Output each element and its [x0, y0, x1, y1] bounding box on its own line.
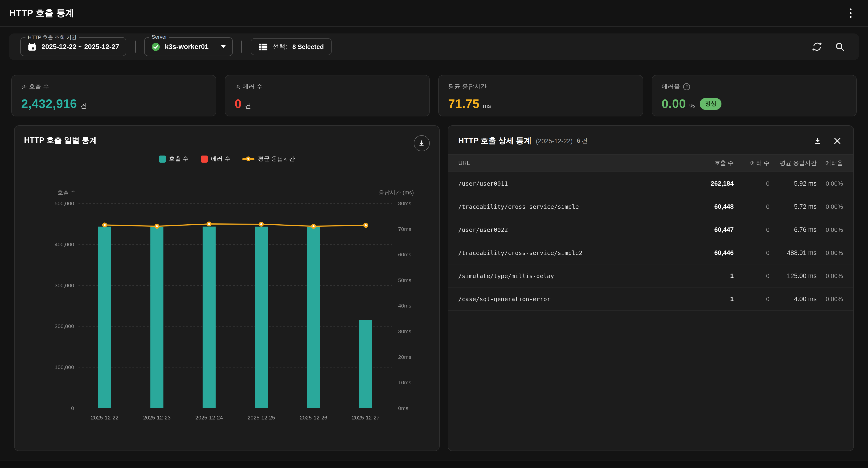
legend-swatch	[243, 156, 255, 162]
list-icon	[258, 42, 268, 51]
svg-text:?: ?	[685, 84, 688, 89]
svg-text:2025-12-23: 2025-12-23	[143, 414, 170, 420]
table-row: /user/user0022 60,447 0 6.76 ms 0.00%	[448, 218, 854, 241]
cell-url: /traceability/cross-service/simple	[448, 203, 668, 210]
legend-label: 평균 응답시간	[258, 155, 295, 163]
svg-text:2025-12-26: 2025-12-26	[300, 414, 327, 420]
svg-text:2025-12-25: 2025-12-25	[247, 414, 275, 420]
cell-calls: 60,447	[668, 226, 734, 233]
cell-url: /case/sql-generation-error	[448, 295, 668, 302]
chart-download-button[interactable]	[413, 135, 430, 151]
header-cell: 에러 수	[734, 159, 770, 167]
stat-value: 0.00	[661, 97, 686, 111]
filter-bar: HTTP 호출 조회 기간 2025-12-22 ~ 2025-12-27 Se…	[9, 33, 859, 60]
daily-bar-line-chart: 호출 수응답시간 (ms)0100,000200,000300,000400,0…	[38, 164, 415, 446]
cell-avg-response: 5.92 ms	[770, 180, 817, 187]
legend-label: 에러 수	[211, 155, 230, 163]
calendar-icon	[27, 42, 37, 51]
cell-error-rate: 0.00%	[817, 203, 854, 210]
svg-text:60ms: 60ms	[398, 251, 411, 257]
cell-errors: 0	[734, 226, 770, 233]
stat-label: 평균 응답시간	[448, 83, 487, 91]
detail-close-button[interactable]	[832, 135, 843, 147]
cell-errors: 0	[734, 180, 770, 187]
bar-2025-12-23[interactable]	[150, 227, 163, 408]
cell-avg-response: 5.72 ms	[770, 203, 817, 210]
refresh-button[interactable]	[809, 39, 825, 55]
server-select[interactable]: Server k3s-worker01	[144, 37, 232, 56]
table-row: /user/user0011 262,184 0 5.92 ms 0.00%	[448, 172, 854, 195]
next-section-divider	[0, 460, 868, 468]
cell-avg-response: 4.00 ms	[770, 295, 817, 302]
server-value: k3s-worker01	[165, 43, 209, 51]
cell-error-rate: 0.00%	[817, 249, 854, 256]
charts-row: HTTP 호출 일별 통계 호출 수에러 수평균 응답시간 호출 수응답시간 (…	[0, 125, 868, 451]
stat-card: 평균 응답시간 71.75 ms	[438, 75, 643, 117]
cell-error-rate: 0.00%	[817, 295, 854, 302]
server-label: Server	[149, 34, 169, 39]
cell-calls: 60,446	[668, 249, 734, 256]
detail-download-button[interactable]	[812, 135, 823, 147]
svg-text:400,000: 400,000	[55, 241, 74, 247]
svg-text:0ms: 0ms	[398, 405, 408, 411]
table-row: /case/sql-generation-error 1 0 4.00 ms 0…	[448, 287, 854, 311]
cell-errors: 0	[734, 203, 770, 210]
bar-2025-12-22[interactable]	[98, 227, 111, 408]
stat-value: 71.75	[448, 97, 479, 111]
download-icon	[417, 139, 426, 147]
legend-item[interactable]: 평균 응답시간	[243, 155, 295, 163]
svg-text:호출 수: 호출 수	[57, 189, 75, 195]
separator	[135, 40, 136, 53]
search-button[interactable]	[832, 39, 848, 55]
refresh-icon	[812, 41, 822, 52]
cell-calls: 1	[668, 295, 734, 302]
detail-title: HTTP 호출 상세 통계	[458, 136, 531, 146]
cell-calls: 60,448	[668, 203, 734, 210]
stat-label: 총 에러 수	[235, 83, 262, 91]
selection-count: 8 Selected	[292, 43, 324, 50]
cell-errors: 0	[734, 272, 770, 279]
daily-chart-title: HTTP 호출 일별 통계	[24, 135, 97, 146]
detail-subtitle: (2025-12-22)	[536, 137, 572, 145]
status-badge: 정상	[700, 98, 722, 110]
svg-text:10ms: 10ms	[398, 379, 411, 385]
svg-text:2025-12-27: 2025-12-27	[352, 414, 379, 420]
bar-2025-12-25[interactable]	[255, 227, 268, 408]
cell-avg-response: 488.91 ms	[770, 249, 817, 256]
bar-2025-12-26[interactable]	[307, 227, 320, 408]
stat-label: 총 호출 수	[21, 83, 49, 91]
svg-text:2025-12-24: 2025-12-24	[195, 414, 223, 420]
bar-2025-12-24[interactable]	[203, 227, 215, 408]
app: HTTP 호출 통계 HTTP 호출 조회 기간 2025-12-22 ~ 20…	[0, 0, 868, 468]
stat-card: 총 호출 수 2,432,916 건	[11, 75, 216, 117]
selection-button[interactable]: 선택: 8 Selected	[250, 38, 332, 55]
table-row: /simulate/type/millis-delay 1 0 125.00 m…	[448, 264, 854, 287]
daily-chart-card: HTTP 호출 일별 통계 호출 수에러 수평균 응답시간 호출 수응답시간 (…	[14, 125, 439, 451]
svg-text:0: 0	[71, 405, 74, 411]
cell-url: /simulate/type/millis-delay	[448, 272, 668, 279]
bar-2025-12-27[interactable]	[359, 320, 372, 408]
close-icon	[834, 137, 841, 145]
more-options-button[interactable]	[842, 5, 859, 21]
table-row: /traceability/cross-service/simple2 60,4…	[448, 241, 854, 264]
cell-calls: 1	[668, 272, 734, 279]
cell-calls: 262,184	[668, 180, 734, 187]
kebab-icon	[849, 8, 851, 18]
stat-unit: ms	[483, 102, 491, 110]
cell-url: /user/user0022	[448, 226, 668, 233]
legend-item[interactable]: 에러 수	[200, 155, 230, 163]
stat-value: 0	[235, 97, 242, 111]
help-icon[interactable]: ?	[683, 83, 690, 91]
svg-text:300,000: 300,000	[55, 282, 74, 288]
legend-item[interactable]: 호출 수	[159, 155, 188, 163]
cell-avg-response: 6.76 ms	[770, 226, 817, 233]
svg-text:80ms: 80ms	[398, 200, 411, 207]
stat-value: 2,432,916	[21, 97, 77, 111]
table-body: /user/user0011 262,184 0 5.92 ms 0.00% /…	[448, 172, 854, 311]
stat-unit: %	[689, 102, 695, 110]
svg-text:500,000: 500,000	[55, 200, 74, 207]
svg-text:30ms: 30ms	[398, 328, 411, 334]
chart-legend: 호출 수에러 수평균 응답시간	[24, 153, 430, 164]
date-range-field[interactable]: HTTP 호출 조회 기간 2025-12-22 ~ 2025-12-27	[20, 37, 126, 56]
cell-errors: 0	[734, 249, 770, 256]
